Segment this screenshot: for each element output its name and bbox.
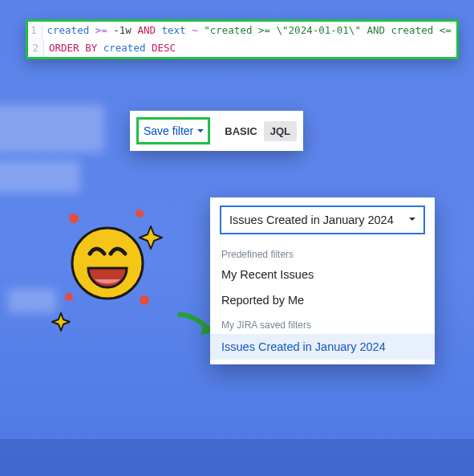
filter-dropdown-panel: Issues Created in January 2024 Predefine…: [210, 197, 435, 364]
dropdown-section-saved: My JIRA saved filters: [210, 313, 435, 332]
dropdown-section-predefined: Predefined filters: [210, 242, 435, 262]
jql-code-box: 1 created >= -1w AND text ~ "created >= …: [26, 19, 459, 59]
happy-emoji-illustration: [55, 207, 191, 336]
filter-select[interactable]: Issues Created in January 2024: [220, 205, 425, 234]
line-number: 1: [28, 22, 43, 39]
chevron-down-icon: [196, 124, 205, 138]
svg-point-3: [140, 295, 149, 305]
dropdown-option-reported[interactable]: Reported by Me: [210, 287, 435, 313]
save-filter-button[interactable]: Save filter: [136, 117, 210, 144]
filter-select-value: Issues Created in January 2024: [229, 214, 394, 226]
dropdown-option-jan2024[interactable]: Issues Created in January 2024: [210, 334, 435, 360]
line-number: 2: [28, 39, 44, 57]
code-line-1: created >= -1w AND text ~ "created >= \"…: [43, 22, 457, 39]
jql-mode-button[interactable]: JQL: [264, 121, 297, 141]
svg-point-0: [69, 214, 79, 223]
filter-toolbar: Save filter BASIC JQL: [130, 111, 303, 151]
svg-point-2: [65, 293, 73, 301]
svg-point-1: [136, 210, 144, 218]
dropdown-option-recent[interactable]: My Recent Issues: [210, 262, 435, 287]
query-mode-toggle: BASIC JQL: [218, 119, 297, 143]
chevron-down-icon: [407, 214, 417, 226]
basic-mode-button[interactable]: BASIC: [218, 121, 263, 141]
code-line-2: ORDER BY created DESC: [44, 39, 180, 57]
save-filter-label: Save filter: [144, 124, 193, 137]
